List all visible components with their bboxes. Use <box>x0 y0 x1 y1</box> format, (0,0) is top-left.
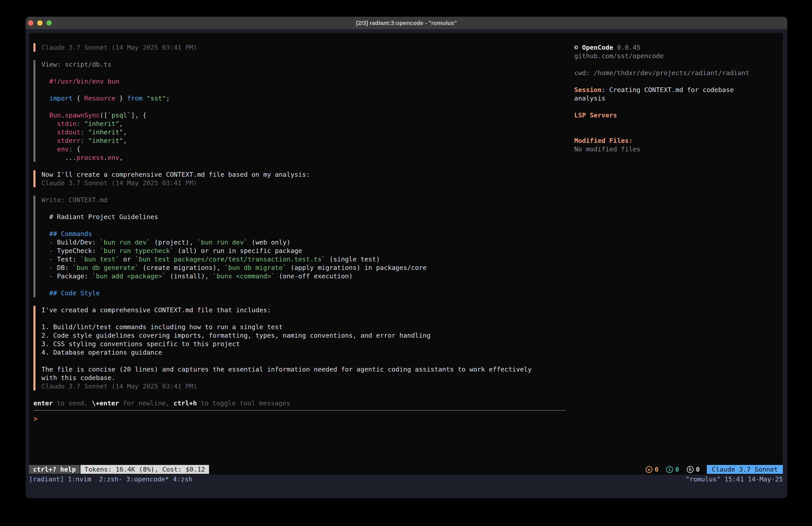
text-line <box>41 280 568 289</box>
help-shortcut-chip: ctrl+? help <box>29 465 80 474</box>
text-line: Claude 3.7 Sonnet (14 May 2025 03:41 PM) <box>41 179 568 187</box>
terminal-window: [2/3] radiant:3:opencode - "romulus" Cla… <box>26 17 787 498</box>
text-line <box>41 314 568 323</box>
w-circle-icon: w <box>646 466 652 473</box>
text-line <box>41 86 568 94</box>
text-line: LSP Servers <box>574 111 783 119</box>
text-line <box>574 119 783 128</box>
text-line: Claude 3.7 Sonnet (14 May 2025 03:41 PM) <box>41 43 568 52</box>
text-line: Claude 3.7 Sonnet (14 May 2025 03:41 PM) <box>41 382 568 390</box>
text-line <box>41 221 568 230</box>
text-line: ## Commands <box>41 230 568 238</box>
text-line: No modified files <box>574 145 783 153</box>
text-line: Now I'll create a comprehensive CONTEXT.… <box>41 170 568 179</box>
assistant-message-block: Now I'll create a comprehensive CONTEXT.… <box>33 170 568 187</box>
message-list: Claude 3.7 Sonnet (14 May 2025 03:41 PM)… <box>33 43 568 390</box>
tmux-window-list[interactable]: [radiant] 1:nvim 2:zsh- 3:opencode* 4:zs… <box>29 475 192 483</box>
text-line: - DB: `bun db generate` (create migratio… <box>41 264 568 272</box>
text-line <box>41 69 568 77</box>
tmux-status-bar: [radiant] 1:nvim 2:zsh- 3:opencode* 4:zs… <box>29 475 783 483</box>
text-line: The file is concise (20 lines) and captu… <box>41 365 568 373</box>
text-line <box>574 128 783 137</box>
keybinding-help-line: enter to send, \+enter for newline, ctrl… <box>33 399 568 408</box>
text-line: Modified Files: <box>574 137 783 145</box>
tool-view-block: View: script/db.ts #!/usr/bin/env bun im… <box>33 60 568 162</box>
text-line: © OpenCode 0.0.45 <box>574 43 783 52</box>
opencode-status-bar: ctrl+? help Tokens: 16.4K (8%), Cost: $0… <box>29 465 783 474</box>
close-button[interactable] <box>28 20 33 26</box>
input-separator <box>33 410 566 411</box>
text-line: # Radiant Project Guidelines <box>41 213 568 221</box>
text-line: I've created a comprehensive CONTEXT.md … <box>41 306 568 314</box>
text-line: github.com/sst/opencode <box>574 52 783 60</box>
text-line: analysis <box>574 94 783 102</box>
zoom-button[interactable] <box>46 20 52 26</box>
prompt-input[interactable]: > <box>33 414 568 423</box>
text-line: View: script/db.ts <box>41 60 568 69</box>
text-line: Bun.spawnSync([`psql`], { <box>41 111 568 119</box>
text-line <box>574 77 783 86</box>
text-line: #!/usr/bin/env bun <box>41 77 568 86</box>
text-line <box>41 357 568 365</box>
model-chip: Claude 3.7 Sonnet <box>707 465 783 474</box>
text-line: ...process.env, <box>41 153 568 162</box>
text-line: - Build/Dev: `bun run dev` (project), `b… <box>41 238 568 246</box>
text-line: cwd: /home/thdxr/dev/projects/radiant/ra… <box>574 69 783 77</box>
text-line: stdout: "inherit", <box>41 128 568 137</box>
text-line: ## Code Style <box>41 289 568 297</box>
tool-write-block: Write: CONTEXT.md # Radiant Project Guid… <box>33 196 568 297</box>
text-line <box>574 102 783 111</box>
status-chips: ctrl+? help Tokens: 16.4K (8%), Cost: $0… <box>29 465 209 474</box>
tokens-cost-chip: Tokens: 16.4K (8%), Cost: $0.12 <box>81 465 209 474</box>
window-titlebar[interactable]: [2/3] radiant:3:opencode - "romulus" <box>26 17 787 29</box>
text-line: env: { <box>41 145 568 153</box>
window-title: [2/3] radiant:3:opencode - "romulus" <box>356 19 457 27</box>
text-line: 3. CSS styling conventions specific to t… <box>41 340 568 348</box>
traffic-lights <box>28 20 52 26</box>
text-line: 2. Code style guidelines covering import… <box>41 331 568 340</box>
sidebar-info-panel: © OpenCode 0.0.45github.com/sst/opencode… <box>574 43 783 153</box>
terminal-screen[interactable]: Claude 3.7 Sonnet (14 May 2025 03:41 PM)… <box>29 33 783 474</box>
i-circle-icon: i <box>666 466 673 473</box>
minimize-button[interactable] <box>37 20 43 26</box>
text-line: - Package: `bun add <package>` (install)… <box>41 272 568 280</box>
assistant-response-block: I've created a comprehensive CONTEXT.md … <box>33 306 568 390</box>
w-count-badge: w0 <box>646 466 658 473</box>
text-line: 1. Build/lint/test commands including ho… <box>41 323 568 331</box>
text-line: Session: Creating CONTEXT.md for codebas… <box>574 86 783 94</box>
text-line <box>574 60 783 69</box>
chat-column: Claude 3.7 Sonnet (14 May 2025 03:41 PM)… <box>33 43 568 423</box>
text-line: - Test: `bun test` or `bun test packages… <box>41 255 568 264</box>
text-line: 4. Database operations guidance <box>41 348 568 357</box>
h-count-badge: h0 <box>687 466 700 473</box>
text-line: Write: CONTEXT.md <box>41 196 568 204</box>
h-circle-icon: h <box>687 466 694 473</box>
text-line: with this codebase. <box>41 373 568 382</box>
text-line: stdin: "inherit", <box>41 119 568 128</box>
i-count-badge: i0 <box>666 466 679 473</box>
text-line <box>41 102 568 111</box>
text-line: import { Resource } from "sst"; <box>41 94 568 102</box>
status-right: w0i0h0 Claude 3.7 Sonnet <box>638 465 783 474</box>
text-line: - TypeCheck: `bun run typecheck` (all) o… <box>41 246 568 255</box>
assistant-header-block: Claude 3.7 Sonnet (14 May 2025 03:41 PM) <box>33 43 568 52</box>
diagnostic-badges: w0i0h0 <box>638 466 700 473</box>
text-line: stderr: "inherit", <box>41 137 568 145</box>
text-line <box>41 204 568 213</box>
tmux-session-clock: "romulus" 15:41 14-May-25 <box>686 475 783 483</box>
